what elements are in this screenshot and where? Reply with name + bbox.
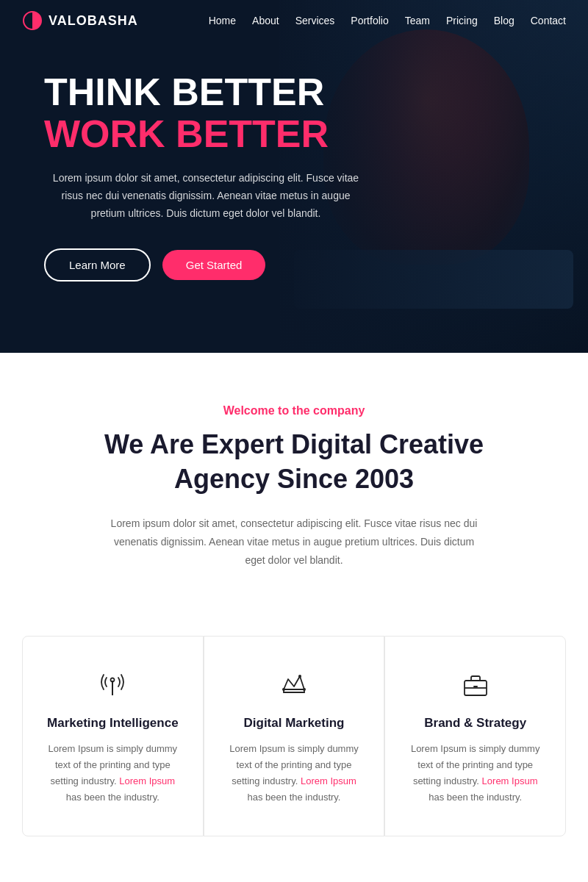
briefcase-icon	[458, 666, 493, 701]
service-card-brand: Brand & Strategy Lorem Ipsum is simply d…	[384, 636, 566, 836]
welcome-label: Welcome to the company	[59, 404, 529, 417]
service-desc-2: Lorem Ipsum is simply dummy text of the …	[407, 741, 543, 806]
hero-title: THINK BETTER WORK BETTER	[44, 71, 544, 155]
service-title-2: Brand & Strategy	[407, 716, 543, 731]
hero-title-pink: WORK BETTER	[44, 112, 329, 155]
svg-point-3	[282, 688, 285, 691]
nav-team[interactable]: Team	[405, 15, 430, 26]
brand-name: VALOBASHA	[49, 13, 138, 29]
svg-point-4	[303, 688, 306, 691]
welcome-title: We Are Expert Digital Creative Agency Si…	[59, 428, 529, 497]
service-title-1: Digital Marketing	[226, 716, 362, 731]
nav-portfolio[interactable]: Portfolio	[351, 15, 388, 26]
service-desc-1: Lorem Ipsum is simply dummy text of the …	[226, 741, 362, 806]
nav-contact[interactable]: Contact	[531, 15, 566, 26]
hero-title-white: THINK BETTER	[44, 71, 324, 113]
service-card-digital: Digital Marketing Lorem Ipsum is simply …	[204, 636, 385, 836]
navbar: VALOBASHA Home About Services Portfolio …	[0, 0, 588, 41]
hero-subtitle: Lorem ipsum dolor sit amet, consectetur …	[44, 170, 368, 222]
service-title-0: Marketing Intelligence	[45, 716, 181, 731]
learn-more-button[interactable]: Learn More	[44, 248, 151, 282]
hero-content: THINK BETTER WORK BETTER Lorem ipsum dol…	[0, 0, 588, 353]
service-link-0[interactable]: Lorem Ipsum	[119, 775, 175, 786]
nav-services[interactable]: Services	[295, 15, 335, 26]
svg-point-2	[111, 678, 115, 682]
service-card-marketing: Marketing Intelligence Lorem Ipsum is si…	[22, 636, 204, 836]
welcome-desc: Lorem ipsum dolor sit amet, consectetur …	[103, 514, 485, 570]
crown-icon	[276, 666, 312, 701]
nav-pricing[interactable]: Pricing	[446, 15, 478, 26]
nav-blog[interactable]: Blog	[494, 15, 514, 26]
nav-home[interactable]: Home	[209, 15, 236, 26]
nav-about[interactable]: About	[252, 15, 279, 26]
service-link-2[interactable]: Lorem Ipsum	[482, 775, 538, 786]
welcome-section: Welcome to the company We Are Expert Dig…	[0, 353, 588, 636]
logo[interactable]: VALOBASHA	[22, 10, 138, 31]
services-grid: Marketing Intelligence Lorem Ipsum is si…	[0, 636, 588, 880]
hero-buttons: Learn More Get Started	[44, 248, 544, 282]
service-desc-0: Lorem Ipsum is simply dummy text of the …	[45, 741, 181, 806]
service-link-1[interactable]: Lorem Ipsum	[301, 775, 356, 786]
nav-links: Home About Services Portfolio Team Prici…	[209, 14, 566, 27]
svg-point-5	[298, 675, 301, 678]
signal-icon	[95, 666, 130, 701]
get-started-button[interactable]: Get Started	[162, 250, 266, 280]
